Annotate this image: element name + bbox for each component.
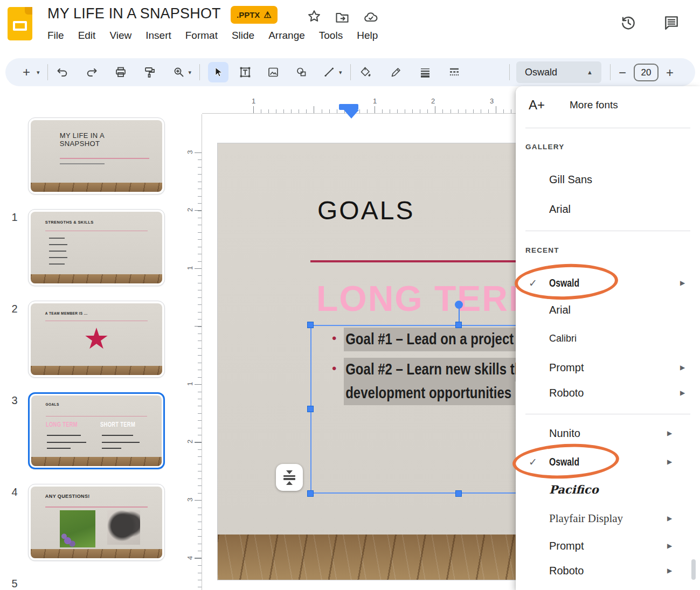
move-folder-icon[interactable] (335, 10, 350, 25)
vruler-number: 2 (186, 440, 194, 443)
menu-slide[interactable]: Slide (232, 30, 254, 41)
slide-long-term-heading[interactable]: LONG TERM (316, 278, 539, 319)
indent-marker-rect[interactable] (339, 104, 358, 110)
thumb-text-bar (49, 244, 67, 245)
insert-image-button[interactable] (266, 65, 280, 79)
font-size-input[interactable]: 20 (634, 64, 659, 81)
slide-1-thumbnail[interactable]: MY LIFE IN A SNAPSHOT (28, 117, 165, 195)
line-caret-icon[interactable]: ▾ (339, 69, 342, 76)
slides-logo-icon[interactable] (8, 7, 32, 40)
thumb-divider-line (45, 506, 148, 508)
autofit-bar (283, 478, 295, 480)
font-dropdown-menu: A+ More fonts GALLERY Gill Sans Arial RE… (516, 86, 700, 590)
menu-arrange[interactable]: Arrange (268, 30, 305, 41)
undo-button[interactable] (56, 65, 70, 79)
font-item-arial[interactable]: Arial (516, 198, 700, 220)
star-icon[interactable] (307, 9, 322, 24)
vruler-number: 2 (186, 208, 194, 212)
resize-handle-bottom-center[interactable] (455, 490, 462, 497)
zoom-button[interactable] (172, 65, 186, 79)
thumb-divider-line (45, 231, 148, 232)
submenu-arrow-icon: ▶ (680, 364, 685, 371)
paint-format-button[interactable] (143, 65, 157, 79)
menu-format[interactable]: Format (185, 30, 218, 41)
thumb-3-title: A TEAM MEMBER IS ... (45, 311, 88, 315)
font-item-nunito[interactable]: Nunito ▶ (516, 422, 700, 445)
menu-edit[interactable]: Edit (78, 30, 96, 41)
submenu-arrow-icon: ▶ (667, 567, 672, 574)
resize-handle-top-center[interactable] (455, 322, 462, 328)
slide-4-thumbnail-selected[interactable]: GOALS LONG TERM SHORT TERM (28, 392, 165, 469)
text-box-button[interactable] (238, 65, 252, 79)
slide-2-thumbnail[interactable]: STRENGTHS & SKILLS (28, 209, 165, 286)
font-family-select[interactable]: Oswald ▲ (516, 61, 601, 83)
filmstrip-panel: 1 MY LIFE IN A SNAPSHOT 2 STRENGTHS & SK… (0, 92, 183, 590)
slide-5-number: 5 (6, 578, 23, 590)
slide-3-number: 3 (6, 394, 23, 407)
font-item-calibri[interactable]: Calibri (516, 327, 700, 350)
font-item-roboto-all[interactable]: Roboto ▶ (516, 559, 700, 582)
slide-3-thumbnail[interactable]: A TEAM MEMBER IS ... ★ (28, 301, 165, 378)
thumb-divider-line (60, 158, 149, 159)
border-color-button[interactable] (389, 65, 403, 79)
autofit-arrow-up-icon (286, 481, 293, 485)
thumb-floor (31, 457, 162, 466)
font-item-playfair-display[interactable]: Playfair Display ▶ (516, 507, 700, 530)
zoom-caret-icon[interactable]: ▾ (189, 69, 192, 76)
increase-font-size-button[interactable]: + (666, 66, 674, 79)
border-dash-button[interactable] (447, 65, 461, 79)
menu-tools[interactable]: Tools (319, 30, 343, 41)
resize-handle-middle-left[interactable] (307, 406, 314, 412)
menu-divider (525, 231, 690, 231)
menu-view[interactable]: View (109, 30, 131, 41)
pptx-badge: .PPTX ⚠ (231, 6, 278, 24)
font-item-roboto-recent[interactable]: Roboto ▶ (516, 381, 700, 404)
fill-color-button[interactable] (359, 65, 373, 79)
version-history-icon[interactable] (620, 14, 635, 29)
warning-icon: ⚠ (264, 10, 271, 20)
thumb-4-short-term: SHORT TERM (100, 421, 135, 428)
slide-5-thumbnail[interactable]: ANY QUESTIONS! (28, 484, 165, 561)
vruler-number: 1 (186, 382, 194, 386)
new-slide-button[interactable]: + (19, 65, 33, 79)
print-button[interactable] (114, 65, 128, 79)
comments-icon[interactable] (663, 14, 678, 29)
menu-insert[interactable]: Insert (145, 30, 171, 41)
insert-line-button[interactable] (322, 65, 336, 79)
gallery-section-label: GALLERY (525, 143, 564, 151)
new-slide-caret-icon[interactable]: ▾ (37, 69, 40, 76)
select-tool-button[interactable] (208, 62, 228, 82)
resize-handle-top-left[interactable] (307, 322, 314, 328)
thumb-text-bar (102, 435, 133, 436)
decrease-font-size-button[interactable]: − (619, 66, 626, 79)
submenu-arrow-icon: ▶ (680, 279, 685, 287)
document-title[interactable]: MY LIFE IN A SNAPSHOT (47, 5, 221, 22)
indent-marker-triangle[interactable] (344, 110, 359, 119)
resize-handle-bottom-left[interactable] (307, 490, 314, 497)
font-item-pacifico[interactable]: Pacifico (516, 478, 700, 501)
rotation-handle[interactable] (455, 301, 463, 309)
font-item-prompt-recent[interactable]: Prompt ▶ (516, 356, 700, 379)
hruler-number: 1 (373, 97, 377, 105)
thumb-floor (31, 366, 162, 375)
logo-sheet (13, 21, 27, 31)
thumb-text-bar (47, 442, 86, 443)
slide-title-text[interactable]: GOALS (317, 196, 414, 225)
dropdown-scrollbar-thumb[interactable] (691, 559, 696, 580)
font-item-arial-recent[interactable]: Arial (516, 299, 700, 321)
menu-help[interactable]: Help (357, 30, 378, 41)
thumb-text-bar (49, 251, 66, 252)
cloud-saved-icon[interactable] (363, 10, 378, 25)
font-item-gill-sans[interactable]: Gill Sans (516, 168, 700, 191)
autofit-button[interactable] (276, 464, 303, 491)
border-weight-button[interactable] (418, 65, 432, 79)
more-fonts-item[interactable]: A+ More fonts (516, 94, 700, 116)
menu-file[interactable]: File (47, 30, 64, 41)
redo-button[interactable] (85, 65, 99, 79)
insert-shape-button[interactable] (294, 65, 308, 79)
annotation-circle-oswald-all (511, 441, 620, 481)
submenu-arrow-icon: ▶ (667, 429, 672, 437)
vertical-ruler: 3 2 1 1 2 3 4 (186, 114, 202, 590)
font-item-prompt-all[interactable]: Prompt ▶ (516, 535, 700, 557)
toolbar-separator (199, 64, 200, 80)
